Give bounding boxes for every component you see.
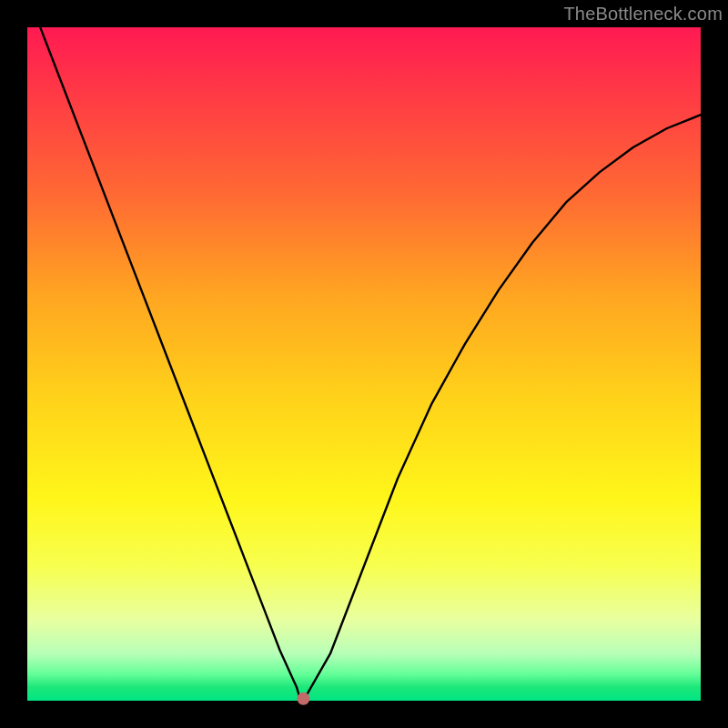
curve-svg — [27, 27, 701, 701]
chart-frame: TheBottleneck.com — [0, 0, 728, 728]
min-point-marker — [297, 693, 309, 705]
bottleneck-curve — [27, 0, 701, 701]
plot-area — [27, 27, 701, 701]
watermark-text: TheBottleneck.com — [563, 4, 723, 25]
